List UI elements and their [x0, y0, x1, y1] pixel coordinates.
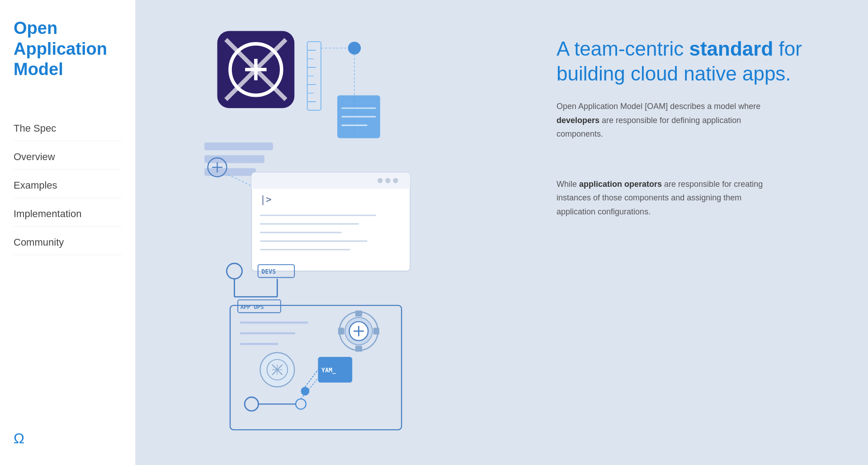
svg-text:YAM_: YAM_: [321, 367, 336, 374]
svg-rect-52: [355, 346, 362, 351]
logo-title: Open Application Model: [14, 18, 122, 80]
illustration-area: |> DEVS APP OPS: [136, 0, 538, 465]
desc1-prefix: Open Application Model [OAM] describes a…: [557, 102, 760, 111]
svg-rect-54: [373, 327, 379, 334]
content-area: A team-centric standard for building clo…: [538, 0, 868, 465]
main-headline: A team-centric standard for building clo…: [557, 36, 841, 86]
svg-rect-51: [355, 311, 362, 317]
sidebar-item-community[interactable]: Community: [14, 230, 122, 255]
svg-point-67: [296, 399, 306, 409]
sidebar-footer: Ω: [14, 430, 24, 447]
sidebar-item-the-spec[interactable]: The Spec: [14, 116, 122, 141]
desc1-bold: developers: [557, 116, 599, 125]
sidebar: Open Application Model The Spec Overview…: [0, 0, 136, 465]
svg-point-14: [349, 42, 361, 54]
description-developers: Open Application Model [OAM] describes a…: [557, 100, 783, 141]
headline-text-part1: A team-centric: [557, 38, 689, 60]
headline-bold: standard: [689, 38, 773, 60]
omega-icon: Ω: [14, 430, 24, 446]
main-illustration: |> DEVS APP OPS: [154, 18, 529, 447]
desc2-bold: application operators: [579, 180, 662, 189]
sidebar-item-examples[interactable]: Examples: [14, 173, 122, 198]
desc2-prefix: While: [557, 180, 579, 189]
svg-text:APP OPS: APP OPS: [241, 304, 264, 310]
sidebar-item-implementation[interactable]: Implementation: [14, 202, 122, 227]
svg-point-66: [245, 397, 258, 411]
svg-text:|>: |>: [260, 194, 271, 205]
svg-point-31: [377, 178, 382, 183]
svg-point-42: [226, 263, 242, 279]
svg-text:DEVS: DEVS: [261, 268, 276, 275]
svg-point-33: [393, 178, 398, 183]
site-logo: Open Application Model: [14, 18, 122, 80]
svg-point-32: [385, 178, 390, 183]
svg-rect-21: [204, 142, 273, 150]
svg-rect-53: [338, 327, 344, 334]
sidebar-item-overview[interactable]: Overview: [14, 145, 122, 170]
main-content: |> DEVS APP OPS: [136, 0, 868, 465]
svg-rect-46: [230, 305, 401, 430]
description-operators: While application operators are responsi…: [557, 177, 783, 219]
svg-line-69: [305, 370, 318, 387]
sidebar-navigation: The Spec Overview Examples Implementatio…: [14, 116, 122, 255]
